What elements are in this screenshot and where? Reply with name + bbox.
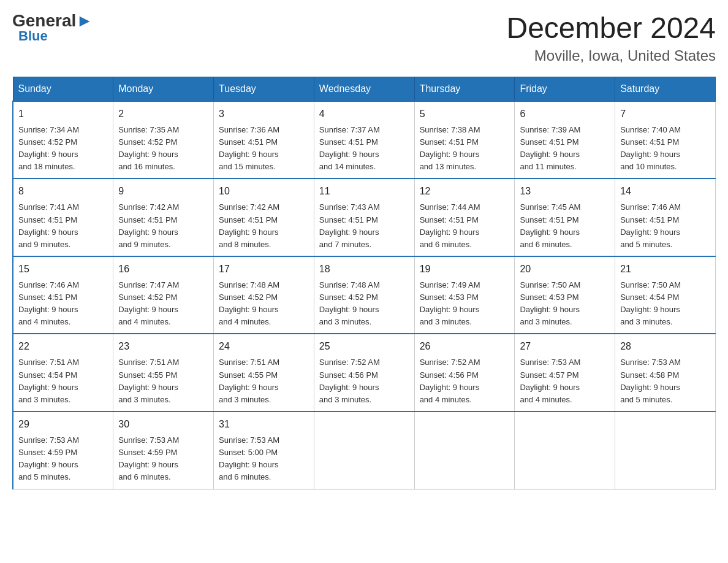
table-row [515,412,615,489]
day-info: Sunrise: 7:43 AM Sunset: 4:51 PM Dayligh… [319,201,409,251]
table-row: 11 Sunrise: 7:43 AM Sunset: 4:51 PM Dayl… [314,178,414,256]
day-info: Sunrise: 7:50 AM Sunset: 4:54 PM Dayligh… [620,279,710,329]
day-info: Sunrise: 7:52 AM Sunset: 4:56 PM Dayligh… [420,356,510,406]
table-row: 5 Sunrise: 7:38 AM Sunset: 4:51 PM Dayli… [414,101,515,179]
table-row: 24 Sunrise: 7:51 AM Sunset: 4:55 PM Dayl… [214,334,314,412]
day-number: 14 [620,184,710,199]
day-info: Sunrise: 7:42 AM Sunset: 4:51 PM Dayligh… [118,201,208,251]
day-number: 13 [520,184,610,199]
table-row: 28 Sunrise: 7:53 AM Sunset: 4:58 PM Dayl… [615,334,716,412]
header-saturday: Saturday [615,77,716,101]
day-info: Sunrise: 7:47 AM Sunset: 4:52 PM Dayligh… [118,279,208,329]
day-info: Sunrise: 7:36 AM Sunset: 4:51 PM Dayligh… [219,124,309,174]
day-number: 4 [319,107,409,121]
header-friday: Friday [515,77,615,101]
day-number: 7 [620,107,710,121]
table-row [314,412,414,489]
day-number: 30 [118,417,208,432]
week-row-1: 1 Sunrise: 7:34 AM Sunset: 4:52 PM Dayli… [13,101,716,179]
table-row [414,412,515,489]
week-row-3: 15 Sunrise: 7:46 AM Sunset: 4:51 PM Dayl… [13,256,716,334]
day-number: 10 [219,184,309,199]
day-number: 20 [520,262,610,277]
table-row: 26 Sunrise: 7:52 AM Sunset: 4:56 PM Dayl… [414,334,515,412]
table-row: 15 Sunrise: 7:46 AM Sunset: 4:51 PM Dayl… [13,256,113,334]
day-info: Sunrise: 7:53 AM Sunset: 4:58 PM Dayligh… [620,356,710,406]
day-info: Sunrise: 7:42 AM Sunset: 4:51 PM Dayligh… [219,201,309,251]
day-info: Sunrise: 7:44 AM Sunset: 4:51 PM Dayligh… [420,201,510,251]
day-number: 19 [420,262,510,277]
day-number: 8 [18,184,108,199]
day-number: 27 [520,339,610,354]
table-row: 1 Sunrise: 7:34 AM Sunset: 4:52 PM Dayli… [13,101,113,179]
table-row: 3 Sunrise: 7:36 AM Sunset: 4:51 PM Dayli… [214,101,314,179]
day-info: Sunrise: 7:53 AM Sunset: 4:59 PM Dayligh… [18,434,108,484]
day-number: 15 [18,262,108,277]
day-info: Sunrise: 7:41 AM Sunset: 4:51 PM Dayligh… [18,201,108,251]
day-number: 11 [319,184,409,199]
header-monday: Monday [113,77,214,101]
weekday-header-row: Sunday Monday Tuesday Wednesday Thursday… [13,77,716,101]
day-number: 18 [319,262,409,277]
table-row: 18 Sunrise: 7:48 AM Sunset: 4:52 PM Dayl… [314,256,414,334]
day-info: Sunrise: 7:48 AM Sunset: 4:52 PM Dayligh… [219,279,309,329]
day-number: 22 [18,339,108,354]
header-sunday: Sunday [13,77,113,101]
table-row: 31 Sunrise: 7:53 AM Sunset: 5:00 PM Dayl… [214,412,314,489]
calendar-subtitle: Moville, Iowa, United States [506,47,716,64]
logo: General► Blue [12,12,93,44]
table-row: 20 Sunrise: 7:50 AM Sunset: 4:53 PM Dayl… [515,256,615,334]
table-row: 29 Sunrise: 7:53 AM Sunset: 4:59 PM Dayl… [13,412,113,489]
day-number: 2 [118,107,208,121]
day-number: 29 [18,417,108,432]
table-row: 14 Sunrise: 7:46 AM Sunset: 4:51 PM Dayl… [615,178,716,256]
logo-blue-text: Blue [18,28,48,44]
day-number: 16 [118,262,208,277]
day-number: 21 [620,262,710,277]
day-info: Sunrise: 7:51 AM Sunset: 4:55 PM Dayligh… [118,356,208,406]
day-info: Sunrise: 7:46 AM Sunset: 4:51 PM Dayligh… [18,279,108,329]
day-info: Sunrise: 7:49 AM Sunset: 4:53 PM Dayligh… [420,279,510,329]
day-number: 23 [118,339,208,354]
table-row: 19 Sunrise: 7:49 AM Sunset: 4:53 PM Dayl… [414,256,515,334]
day-info: Sunrise: 7:34 AM Sunset: 4:52 PM Dayligh… [18,124,108,174]
page-header: General► Blue December 2024 Moville, Iow… [12,12,716,64]
table-row: 16 Sunrise: 7:47 AM Sunset: 4:52 PM Dayl… [113,256,214,334]
day-info: Sunrise: 7:53 AM Sunset: 4:59 PM Dayligh… [118,434,208,484]
table-row: 23 Sunrise: 7:51 AM Sunset: 4:55 PM Dayl… [113,334,214,412]
day-info: Sunrise: 7:37 AM Sunset: 4:51 PM Dayligh… [319,124,409,174]
table-row: 7 Sunrise: 7:40 AM Sunset: 4:51 PM Dayli… [615,101,716,179]
week-row-4: 22 Sunrise: 7:51 AM Sunset: 4:54 PM Dayl… [13,334,716,412]
table-row: 4 Sunrise: 7:37 AM Sunset: 4:51 PM Dayli… [314,101,414,179]
table-row: 17 Sunrise: 7:48 AM Sunset: 4:52 PM Dayl… [214,256,314,334]
table-row: 10 Sunrise: 7:42 AM Sunset: 4:51 PM Dayl… [214,178,314,256]
day-info: Sunrise: 7:53 AM Sunset: 4:57 PM Dayligh… [520,356,610,406]
day-number: 26 [420,339,510,354]
day-number: 28 [620,339,710,354]
day-number: 24 [219,339,309,354]
table-row: 21 Sunrise: 7:50 AM Sunset: 4:54 PM Dayl… [615,256,716,334]
table-row: 25 Sunrise: 7:52 AM Sunset: 4:56 PM Dayl… [314,334,414,412]
header-tuesday: Tuesday [214,77,314,101]
day-info: Sunrise: 7:38 AM Sunset: 4:51 PM Dayligh… [420,124,510,174]
day-info: Sunrise: 7:51 AM Sunset: 4:55 PM Dayligh… [219,356,309,406]
calendar-table: Sunday Monday Tuesday Wednesday Thursday… [12,77,716,489]
table-row: 30 Sunrise: 7:53 AM Sunset: 4:59 PM Dayl… [113,412,214,489]
day-info: Sunrise: 7:45 AM Sunset: 4:51 PM Dayligh… [520,201,610,251]
day-number: 31 [219,417,309,432]
logo-general-text: General► [12,12,93,29]
day-number: 9 [118,184,208,199]
table-row: 22 Sunrise: 7:51 AM Sunset: 4:54 PM Dayl… [13,334,113,412]
title-block: December 2024 Moville, Iowa, United Stat… [506,12,716,64]
table-row: 8 Sunrise: 7:41 AM Sunset: 4:51 PM Dayli… [13,178,113,256]
day-number: 3 [219,107,309,121]
week-row-5: 29 Sunrise: 7:53 AM Sunset: 4:59 PM Dayl… [13,412,716,489]
day-number: 5 [420,107,510,121]
day-number: 17 [219,262,309,277]
day-number: 12 [420,184,510,199]
table-row: 27 Sunrise: 7:53 AM Sunset: 4:57 PM Dayl… [515,334,615,412]
day-info: Sunrise: 7:51 AM Sunset: 4:54 PM Dayligh… [18,356,108,406]
header-wednesday: Wednesday [314,77,414,101]
header-thursday: Thursday [414,77,515,101]
table-row: 13 Sunrise: 7:45 AM Sunset: 4:51 PM Dayl… [515,178,615,256]
